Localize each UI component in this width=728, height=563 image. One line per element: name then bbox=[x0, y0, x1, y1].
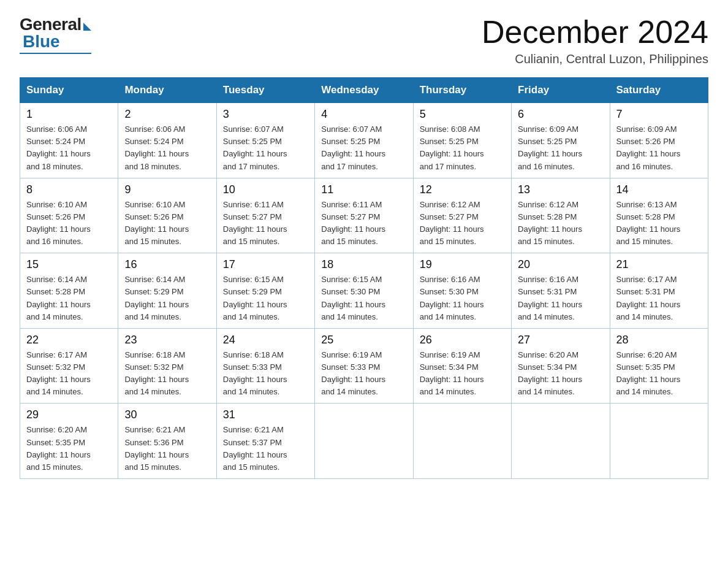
calendar-cell: 31 Sunrise: 6:21 AMSunset: 5:37 PMDaylig… bbox=[216, 404, 314, 479]
day-number: 16 bbox=[124, 258, 211, 271]
calendar-cell: 30 Sunrise: 6:21 AMSunset: 5:36 PMDaylig… bbox=[118, 404, 216, 479]
day-number: 21 bbox=[616, 258, 703, 271]
day-info: Sunrise: 6:18 AMSunset: 5:32 PMDaylight:… bbox=[124, 350, 189, 396]
day-number: 13 bbox=[518, 183, 604, 196]
day-info: Sunrise: 6:11 AMSunset: 5:27 PMDaylight:… bbox=[223, 200, 287, 246]
calendar-cell: 12 Sunrise: 6:12 AMSunset: 5:27 PMDaylig… bbox=[413, 178, 511, 253]
day-number: 27 bbox=[518, 334, 604, 347]
header-friday: Friday bbox=[512, 78, 610, 103]
day-number: 7 bbox=[616, 108, 703, 121]
day-info: Sunrise: 6:15 AMSunset: 5:29 PMDaylight:… bbox=[223, 275, 287, 321]
calendar-cell: 21 Sunrise: 6:17 AMSunset: 5:31 PMDaylig… bbox=[610, 253, 708, 329]
day-info: Sunrise: 6:08 AMSunset: 5:25 PMDaylight:… bbox=[420, 124, 484, 170]
day-info: Sunrise: 6:17 AMSunset: 5:31 PMDaylight:… bbox=[616, 275, 681, 321]
logo-blue-text: Blue bbox=[23, 32, 60, 52]
calendar-cell: 25 Sunrise: 6:19 AMSunset: 5:33 PMDaylig… bbox=[315, 328, 413, 404]
day-info: Sunrise: 6:07 AMSunset: 5:25 PMDaylight:… bbox=[321, 124, 385, 170]
calendar-cell: 3 Sunrise: 6:07 AMSunset: 5:25 PMDayligh… bbox=[216, 103, 314, 178]
day-info: Sunrise: 6:19 AMSunset: 5:33 PMDaylight:… bbox=[321, 350, 385, 396]
day-info: Sunrise: 6:16 AMSunset: 5:30 PMDaylight:… bbox=[420, 275, 484, 321]
day-info: Sunrise: 6:09 AMSunset: 5:25 PMDaylight:… bbox=[518, 124, 582, 170]
day-info: Sunrise: 6:13 AMSunset: 5:28 PMDaylight:… bbox=[616, 200, 681, 246]
calendar-cell: 5 Sunrise: 6:08 AMSunset: 5:25 PMDayligh… bbox=[413, 103, 511, 178]
calendar-cell: 8 Sunrise: 6:10 AMSunset: 5:26 PMDayligh… bbox=[20, 178, 118, 253]
calendar-cell: 9 Sunrise: 6:10 AMSunset: 5:26 PMDayligh… bbox=[118, 178, 216, 253]
day-info: Sunrise: 6:20 AMSunset: 5:35 PMDaylight:… bbox=[616, 350, 681, 396]
day-info: Sunrise: 6:06 AMSunset: 5:24 PMDaylight:… bbox=[26, 124, 91, 170]
day-number: 3 bbox=[223, 108, 309, 121]
calendar-cell: 26 Sunrise: 6:19 AMSunset: 5:34 PMDaylig… bbox=[413, 328, 511, 404]
day-info: Sunrise: 6:19 AMSunset: 5:34 PMDaylight:… bbox=[420, 350, 484, 396]
calendar-cell: 1 Sunrise: 6:06 AMSunset: 5:24 PMDayligh… bbox=[20, 103, 118, 178]
day-number: 9 bbox=[124, 183, 211, 196]
calendar-cell: 15 Sunrise: 6:14 AMSunset: 5:28 PMDaylig… bbox=[20, 253, 118, 329]
calendar-cell: 6 Sunrise: 6:09 AMSunset: 5:25 PMDayligh… bbox=[512, 103, 610, 178]
day-info: Sunrise: 6:18 AMSunset: 5:33 PMDaylight:… bbox=[223, 350, 287, 396]
day-number: 8 bbox=[26, 183, 113, 196]
week-row-2: 8 Sunrise: 6:10 AMSunset: 5:26 PMDayligh… bbox=[20, 178, 708, 253]
day-number: 20 bbox=[518, 258, 604, 271]
calendar-location: Culianin, Central Luzon, Philippines bbox=[482, 52, 708, 66]
calendar-cell: 20 Sunrise: 6:16 AMSunset: 5:31 PMDaylig… bbox=[512, 253, 610, 329]
week-row-4: 22 Sunrise: 6:17 AMSunset: 5:32 PMDaylig… bbox=[20, 328, 708, 404]
calendar-cell: 22 Sunrise: 6:17 AMSunset: 5:32 PMDaylig… bbox=[20, 328, 118, 404]
calendar-header-row: Sunday Monday Tuesday Wednesday Thursday… bbox=[20, 78, 708, 103]
day-number: 6 bbox=[518, 108, 604, 121]
calendar-cell: 18 Sunrise: 6:15 AMSunset: 5:30 PMDaylig… bbox=[315, 253, 413, 329]
logo-triangle-icon bbox=[83, 23, 91, 31]
calendar-cell: 10 Sunrise: 6:11 AMSunset: 5:27 PMDaylig… bbox=[216, 178, 314, 253]
day-number: 11 bbox=[321, 183, 408, 196]
calendar-cell bbox=[413, 404, 511, 479]
logo: General Blue bbox=[20, 15, 91, 54]
day-info: Sunrise: 6:11 AMSunset: 5:27 PMDaylight:… bbox=[321, 200, 385, 246]
day-info: Sunrise: 6:14 AMSunset: 5:29 PMDaylight:… bbox=[124, 275, 189, 321]
day-number: 18 bbox=[321, 258, 408, 271]
calendar-cell bbox=[315, 404, 413, 479]
day-number: 14 bbox=[616, 183, 703, 196]
day-info: Sunrise: 6:12 AMSunset: 5:28 PMDaylight:… bbox=[518, 200, 582, 246]
day-number: 4 bbox=[321, 108, 408, 121]
day-info: Sunrise: 6:15 AMSunset: 5:30 PMDaylight:… bbox=[321, 275, 385, 321]
calendar-cell: 29 Sunrise: 6:20 AMSunset: 5:35 PMDaylig… bbox=[20, 404, 118, 479]
calendar-cell: 11 Sunrise: 6:11 AMSunset: 5:27 PMDaylig… bbox=[315, 178, 413, 253]
header-wednesday: Wednesday bbox=[315, 78, 413, 103]
header-monday: Monday bbox=[118, 78, 216, 103]
calendar-cell: 28 Sunrise: 6:20 AMSunset: 5:35 PMDaylig… bbox=[610, 328, 708, 404]
day-number: 15 bbox=[26, 258, 113, 271]
logo-underline bbox=[20, 53, 91, 54]
day-number: 12 bbox=[420, 183, 506, 196]
calendar-cell: 16 Sunrise: 6:14 AMSunset: 5:29 PMDaylig… bbox=[118, 253, 216, 329]
calendar-cell: 14 Sunrise: 6:13 AMSunset: 5:28 PMDaylig… bbox=[610, 178, 708, 253]
day-number: 28 bbox=[616, 334, 703, 347]
week-row-1: 1 Sunrise: 6:06 AMSunset: 5:24 PMDayligh… bbox=[20, 103, 708, 178]
calendar-cell: 23 Sunrise: 6:18 AMSunset: 5:32 PMDaylig… bbox=[118, 328, 216, 404]
day-info: Sunrise: 6:07 AMSunset: 5:25 PMDaylight:… bbox=[223, 124, 287, 170]
calendar-title: December 2024 bbox=[482, 15, 708, 50]
page-header: General Blue December 2024 Culianin, Cen… bbox=[20, 15, 708, 66]
day-info: Sunrise: 6:21 AMSunset: 5:36 PMDaylight:… bbox=[124, 425, 189, 471]
day-info: Sunrise: 6:12 AMSunset: 5:27 PMDaylight:… bbox=[420, 200, 484, 246]
calendar-cell bbox=[610, 404, 708, 479]
day-number: 23 bbox=[124, 334, 211, 347]
day-info: Sunrise: 6:10 AMSunset: 5:26 PMDaylight:… bbox=[26, 200, 91, 246]
day-number: 17 bbox=[223, 258, 309, 271]
calendar-cell: 17 Sunrise: 6:15 AMSunset: 5:29 PMDaylig… bbox=[216, 253, 314, 329]
day-number: 10 bbox=[223, 183, 309, 196]
day-info: Sunrise: 6:20 AMSunset: 5:35 PMDaylight:… bbox=[26, 425, 91, 471]
calendar-cell: 19 Sunrise: 6:16 AMSunset: 5:30 PMDaylig… bbox=[413, 253, 511, 329]
day-number: 1 bbox=[26, 108, 113, 121]
header-sunday: Sunday bbox=[20, 78, 118, 103]
day-number: 5 bbox=[420, 108, 506, 121]
calendar-cell bbox=[512, 404, 610, 479]
day-number: 30 bbox=[124, 408, 211, 421]
day-number: 25 bbox=[321, 334, 408, 347]
day-number: 2 bbox=[124, 108, 211, 121]
day-info: Sunrise: 6:21 AMSunset: 5:37 PMDaylight:… bbox=[223, 425, 287, 471]
day-number: 31 bbox=[223, 408, 309, 421]
week-row-3: 15 Sunrise: 6:14 AMSunset: 5:28 PMDaylig… bbox=[20, 253, 708, 329]
day-info: Sunrise: 6:06 AMSunset: 5:24 PMDaylight:… bbox=[124, 124, 189, 170]
calendar-cell: 7 Sunrise: 6:09 AMSunset: 5:26 PMDayligh… bbox=[610, 103, 708, 178]
day-number: 22 bbox=[26, 334, 113, 347]
calendar-cell: 27 Sunrise: 6:20 AMSunset: 5:34 PMDaylig… bbox=[512, 328, 610, 404]
day-number: 26 bbox=[420, 334, 506, 347]
